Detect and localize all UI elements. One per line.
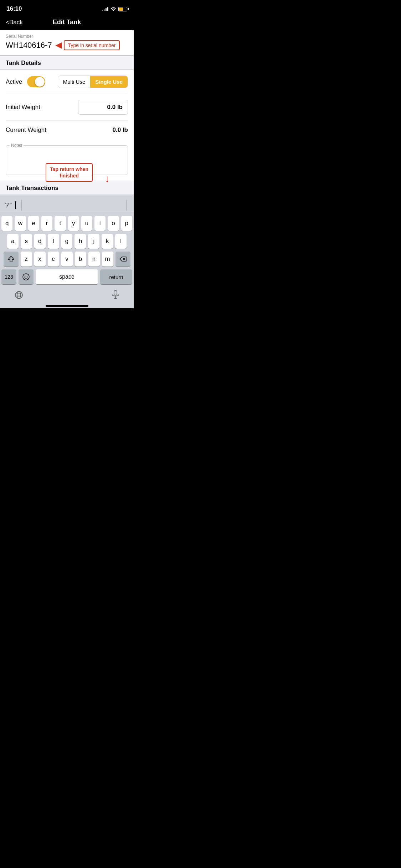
serial-section: Serial Number WH140616-7 ◀ Type in seria… [0,30,134,56]
key-y[interactable]: y [68,216,79,231]
status-bar: 16:10 [0,0,134,16]
key-s[interactable]: s [21,234,32,249]
emoji-key[interactable] [19,269,34,284]
serial-annotation-label: Type in serial number [64,40,120,50]
key-z[interactable]: z [21,252,32,267]
multi-use-option[interactable]: Multi Use [58,76,91,88]
home-indicator [46,305,88,307]
globe-icon[interactable] [14,290,24,302]
keyboard-row-1: q w e r t y u i o p [0,213,134,234]
tap-return-annotation: Tap return whenfinished [46,163,93,182]
svg-point-0 [23,274,29,280]
tank-details-header: Tank Details [0,56,134,70]
active-label: Active [6,78,22,86]
key-f[interactable]: f [48,234,59,249]
cursor [15,201,16,209]
initial-weight-value: 0.0 lb [107,104,123,110]
svg-rect-8 [114,290,117,295]
active-use-type-row: Active Multi Use Single Use [6,70,128,94]
return-key[interactable]: return [100,269,132,284]
key-b[interactable]: b [75,252,86,267]
current-weight-value: 0.0 lb [113,126,128,134]
autocomplete-text: ‘7” [4,202,11,209]
space-key[interactable]: space [36,269,98,284]
notes-legend: Notes [10,143,24,148]
initial-weight-input[interactable]: 0.0 lb [78,100,128,115]
page-title: Edit Tank [53,19,81,26]
content-area: Serial Number WH140616-7 ◀ Type in seria… [0,30,134,308]
arrow-left-icon: ◀ [56,41,62,49]
tank-details-title: Tank Details [6,60,41,66]
key-g[interactable]: g [61,234,73,249]
keyboard-container: ‘7” Tap return whenfinished ↓ q w e r t … [0,195,134,287]
nav-bar: <Back Edit Tank [0,16,134,30]
key-l[interactable]: l [115,234,127,249]
numbers-key[interactable]: 123 [1,269,16,284]
serial-label: Serial Number [6,34,128,39]
initial-weight-label: Initial Weight [6,104,40,111]
key-r[interactable]: r [41,216,52,231]
svg-point-1 [25,276,25,277]
shift-key[interactable] [4,252,19,267]
key-e[interactable]: e [28,216,39,231]
signal-icon [102,7,108,11]
serial-annotation: ◀ Type in serial number [56,40,120,50]
tank-transactions-title: Tank Transactions [6,185,58,191]
keyboard-row-2: a s d f g h j k l [0,234,134,252]
battery-icon [118,7,127,11]
key-v[interactable]: v [61,252,73,267]
delete-key[interactable] [115,252,130,267]
tank-details-section: Active Multi Use Single Use Initial Weig… [0,70,134,139]
key-j[interactable]: j [88,234,99,249]
serial-value[interactable]: WH140616-7 [6,41,52,50]
key-q[interactable]: q [1,216,12,231]
mic-icon[interactable] [112,290,119,302]
key-k[interactable]: k [102,234,113,249]
single-use-option[interactable]: Single Use [90,76,128,88]
key-t[interactable]: t [55,216,66,231]
keyboard-row-3: z x c v b n m [0,252,134,269]
initial-weight-row: Initial Weight 0.0 lb [6,94,128,121]
bottom-bar [0,287,134,308]
autocomplete-sep [21,200,22,211]
key-i[interactable]: i [94,216,106,231]
key-p[interactable]: p [121,216,132,231]
svg-point-2 [27,276,27,277]
active-toggle[interactable] [27,76,45,87]
key-d[interactable]: d [34,234,46,249]
key-c[interactable]: c [48,252,59,267]
key-u[interactable]: u [81,216,92,231]
autocomplete-bar: ‘7” Tap return whenfinished ↓ [0,197,134,213]
current-weight-label: Current Weight [6,126,46,134]
key-w[interactable]: w [15,216,26,231]
annotation-arrow: ↓ [105,174,110,184]
bottom-icons [0,290,134,302]
serial-row: WH140616-7 ◀ Type in serial number [6,40,128,50]
key-o[interactable]: o [108,216,119,231]
status-time: 16:10 [6,5,22,12]
key-a[interactable]: a [7,234,19,249]
toggle-thumb [35,77,45,87]
wifi-icon [110,6,116,12]
autocomplete-sep2 [126,200,127,211]
space-label: space [59,274,74,280]
active-group: Active [6,76,45,87]
key-h[interactable]: h [74,234,86,249]
keyboard-row-4: 123 space return [0,269,134,287]
back-button[interactable]: <Back [6,19,23,26]
key-x[interactable]: x [34,252,46,267]
return-label: return [109,274,123,280]
key-n[interactable]: n [88,252,100,267]
tank-transactions-header: Tank Transactions [0,181,134,195]
key-m[interactable]: m [102,252,113,267]
status-icons [102,6,127,12]
current-weight-row: Current Weight 0.0 lb [6,121,128,139]
use-type-control[interactable]: Multi Use Single Use [58,76,128,88]
